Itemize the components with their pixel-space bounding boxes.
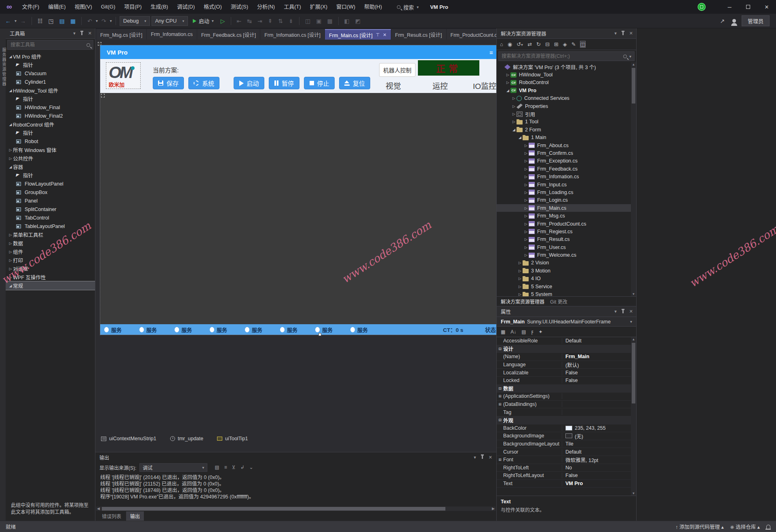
properties-object-selector[interactable]: Frm_Main Sunny.UI.UIHeaderMainFooterFram… (497, 317, 636, 327)
close-icon[interactable]: ✕ (383, 32, 386, 38)
toolbox-item-16[interactable]: GroupBox (6, 188, 95, 196)
toolbox-search[interactable] (7, 40, 93, 50)
property-row-BackgroundImage[interactable]: BackgroundImage(无) (497, 432, 636, 440)
property-value[interactable]: False (562, 378, 636, 383)
toolbox-item-7[interactable]: HWindow_Final2 (6, 112, 95, 120)
menu-item-7[interactable]: 格式(O) (199, 0, 226, 14)
property-row-(ApplicationSettings)[interactable]: ⊞(ApplicationSettings) (497, 393, 636, 401)
vertical-spacing-icon[interactable]: ◩ (353, 17, 363, 25)
property-value[interactable]: Default (562, 338, 636, 344)
menu-item-1[interactable]: 编辑(E) (44, 0, 70, 14)
toolbox-category-23[interactable]: ▷组件 (6, 247, 95, 256)
property-value[interactable]: Tile (562, 441, 636, 447)
platform-dropdown[interactable]: Any CPU▾ (152, 16, 188, 26)
collapsed-arrow-icon[interactable]: ▷ (523, 151, 529, 155)
toolbox-item-2[interactable]: CVacuum (6, 69, 95, 78)
live-share-status-icon[interactable] (698, 3, 706, 11)
doc-tab-4[interactable]: Frm_Main.cs [设计]⊤✕ (325, 29, 390, 40)
form-button-play[interactable]: 启动 (234, 77, 264, 89)
designed-form[interactable]: VM Pro ≡ ─ ✕ OM 欧米加 (100, 45, 496, 335)
align-middle-icon[interactable]: ⇅ (276, 17, 285, 25)
collapsed-arrow-icon[interactable]: ▷ (517, 277, 523, 281)
toolbox-category-24[interactable]: ▷打印 (6, 256, 95, 264)
solution-row-26[interactable]: ▷3 Motion (497, 267, 636, 274)
show-all-files-icon[interactable]: ⊞ (554, 41, 559, 47)
toolbox-category-4[interactable]: ◢HWindow_Tool 组件 (6, 86, 95, 95)
property-pages-icon[interactable]: ✦ (539, 329, 543, 335)
refresh-icon[interactable]: ↻ (536, 41, 541, 47)
property-value[interactable]: False (562, 473, 636, 478)
menu-item-2[interactable]: 视图(V) (70, 0, 97, 14)
save-icon[interactable]: ▤ (57, 17, 67, 25)
solution-tab-0[interactable]: 解决方案资源管理器 (501, 298, 544, 305)
property-row-设计[interactable]: ⊟设计 (497, 345, 636, 353)
collapsed-arrow-icon[interactable]: ▷ (511, 96, 517, 100)
expand-icon[interactable]: ⊞ (497, 402, 503, 406)
property-row-BackColor[interactable]: BackColor235, 243, 255 (497, 424, 636, 433)
tool-tab-0[interactable]: 错误列表 (98, 511, 125, 521)
start-debug-button[interactable]: 启动 ▾ (190, 17, 217, 25)
property-row-Language[interactable]: Language(默认) (497, 361, 636, 369)
menu-item-5[interactable]: 生成(B) (146, 0, 173, 14)
collapsed-arrow-icon[interactable]: ▷ (517, 285, 523, 289)
solution-row-17[interactable]: ▷Frm_Login.cs (497, 196, 636, 204)
toolbox-item-14[interactable]: ◤指针 (6, 171, 95, 179)
toolbox-item-9[interactable]: ◤指针 (6, 129, 95, 137)
horizontal-spacing-icon[interactable]: ◧ (342, 17, 352, 25)
solution-row-21[interactable]: ▷Frm_Regiest.cs (497, 228, 636, 235)
pin-icon[interactable] (622, 32, 624, 35)
close-icon[interactable]: ✕ (488, 455, 493, 460)
property-row-(Name)[interactable]: (Name)Frm_Main (497, 353, 636, 361)
toolbox-category-22[interactable]: ▷数据 (6, 239, 95, 247)
solution-row-29[interactable]: ▷5 System (497, 290, 636, 296)
solution-row-28[interactable]: ▷5 Service (497, 283, 636, 290)
close-icon[interactable]: ✕ (628, 309, 634, 314)
events-icon[interactable]: ϝ (531, 329, 534, 335)
property-row-Font[interactable]: ⊞Font微软雅黑, 12pt (497, 456, 636, 464)
collapsed-arrow-icon[interactable]: ▷ (511, 120, 517, 124)
share-icon[interactable]: ↗ (718, 17, 727, 25)
configuration-dropdown[interactable]: Debug▾ (120, 16, 150, 26)
right-autohide-strip[interactable] (636, 28, 776, 521)
make-same-size-icon[interactable]: ▣ (314, 17, 323, 25)
form-body[interactable] (100, 93, 496, 324)
toolbox-item-17[interactable]: Panel (6, 196, 95, 205)
navigate-back-icon[interactable]: ← (3, 17, 13, 25)
solution-search[interactable]: ▾ (498, 51, 635, 61)
chevron-down-icon[interactable]: ▾ (614, 309, 618, 314)
goto-message-icon[interactable]: ≡ (224, 464, 227, 470)
solution-vscrollbar[interactable]: ▲ ▼ (631, 62, 636, 296)
toolbox-category-8[interactable]: ◢RobotControl 组件 (6, 120, 95, 129)
expanded-arrow-icon[interactable]: ◢ (517, 135, 523, 139)
solution-row-4[interactable]: ▷Connected Services (497, 95, 636, 102)
output-log[interactable]: 线程 '[线程已销毁]' (20144) 已退出，返回值为 0 (0x0)。 线… (95, 473, 496, 507)
collapsed-arrow-icon[interactable]: ▷ (517, 261, 523, 265)
collapsed-arrow-icon[interactable]: ▷ (511, 104, 517, 108)
solution-row-19[interactable]: ▷Frm_Msg.cs (497, 212, 636, 220)
toolbox-category-21[interactable]: ▷菜单和工具栏 (6, 230, 95, 239)
form-button-save[interactable]: 保存 (153, 77, 184, 89)
output-hscrollbar[interactable]: ◀ ▶ (96, 507, 496, 511)
toolbox-item-10[interactable]: Robot (6, 137, 95, 146)
undo-icon[interactable]: ↶ (85, 17, 94, 25)
collapsed-arrow-icon[interactable]: ▷ (505, 73, 510, 77)
tray-item-uiToolTip1[interactable]: uiToolTip1 (217, 436, 248, 441)
toolbox-item-18[interactable]: SplitContainer (6, 205, 95, 213)
property-value[interactable]: No (562, 465, 636, 471)
form-button-eject[interactable]: 复位 (339, 77, 370, 89)
undo-dropdown-icon[interactable]: ▾ (96, 19, 98, 23)
pin-icon[interactable] (622, 310, 624, 313)
toolbox-search-input[interactable] (11, 42, 84, 48)
chevron-down-icon[interactable]: ▾ (614, 31, 618, 36)
solution-row-27[interactable]: ▷4 IO (497, 275, 636, 283)
expand-icon[interactable]: ⊞ (497, 458, 503, 462)
toolbox-item-1[interactable]: ◤指针 (6, 61, 95, 69)
property-row-Text[interactable]: TextVM Pro (497, 480, 636, 488)
start-without-debug-icon[interactable]: ▷ (219, 17, 227, 25)
navigate-back-dropdown-icon[interactable]: ▾ (15, 19, 17, 23)
tray-item-tmr_update[interactable]: tmr_update (170, 436, 203, 441)
property-row-Localizable[interactable]: LocalizableFalse (497, 369, 636, 377)
expanded-arrow-icon[interactable]: ◢ (505, 89, 510, 93)
solution-row-5[interactable]: ▷Properties (497, 102, 636, 110)
collapsed-arrow-icon[interactable]: ▷ (523, 206, 529, 210)
